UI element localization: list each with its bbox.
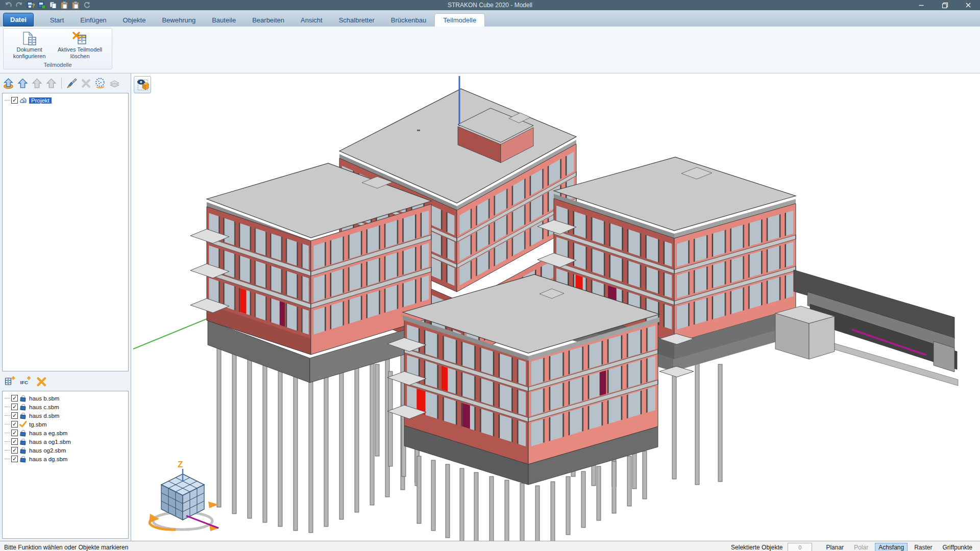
ramp-structure[interactable] [775, 270, 958, 386]
refresh-icon [83, 1, 91, 9]
move-up3-icon [45, 77, 58, 90]
minimize-button[interactable] [910, 0, 933, 10]
button-label: konfigurieren [13, 53, 46, 60]
paste-special-icon[interactable] [71, 1, 80, 9]
add-teilmodell-icon[interactable] [4, 375, 16, 387]
snap-toggle-griffpunkte[interactable]: Griffpunkte [939, 543, 976, 551]
list-item[interactable]: ✓tg.sbm [3, 420, 128, 429]
close-button[interactable] [957, 0, 980, 10]
save-help-icon[interactable]: ? [27, 1, 35, 9]
restore-icon [942, 2, 948, 9]
file-checkbox[interactable]: ✓ [11, 395, 18, 402]
svg-text:IFC: IFC [20, 380, 28, 385]
button-label: Dokument [16, 46, 42, 53]
edit-brush-icon[interactable] [65, 77, 78, 90]
list-item[interactable]: ✓haus c.sbm [3, 403, 128, 411]
snap-toggle-raster[interactable]: Raster [911, 543, 936, 551]
file-checkbox[interactable]: ✓ [11, 430, 18, 436]
selected-objects-label: Selektierte Objekte [731, 544, 782, 551]
tree-guide [5, 100, 10, 101]
tab-bewehrung[interactable]: Bewehrung [154, 13, 204, 27]
snap-toggle-planar[interactable]: Planar [822, 543, 847, 551]
ribbon-tab-bar: Datei StartEinfügenObjekteBewehrungBaute… [0, 10, 980, 27]
file-checkbox[interactable]: ✓ [11, 421, 18, 428]
teilmodell-list-toolbar: IFC [0, 371, 131, 391]
projekt-checkbox[interactable]: ✓ [11, 97, 18, 104]
tab-brückenbau[interactable]: Brückenbau [383, 13, 434, 27]
file-name: haus a og1.sbm [29, 439, 71, 445]
selected-objects-count: 0 [788, 543, 812, 551]
snap-toggle-achsfang[interactable]: Achsfang [875, 543, 908, 551]
document-configure-icon [22, 31, 37, 46]
tree-toolbar [0, 73, 131, 93]
file-checkbox[interactable]: ✓ [11, 404, 18, 410]
tree-guide [5, 433, 10, 433]
tab-teilmodelle[interactable]: Teilmodelle [434, 13, 485, 27]
dokument-konfigurieren-button[interactable]: Dokument konfigurieren [11, 30, 48, 62]
lock-icon [19, 429, 28, 437]
model-tree-panel: ✓ Projekt IFC ✓haus b.sbm✓haus c.sbm✓hau… [0, 73, 131, 541]
move-top-icon[interactable] [2, 77, 15, 90]
button-label: Aktives Teilmodell [58, 46, 102, 53]
refresh-visibility-icon[interactable] [94, 77, 107, 90]
undo-icon [4, 1, 12, 9]
project-house-icon [19, 96, 28, 104]
tree-guide [5, 459, 10, 459]
z-axis-label: Z [178, 460, 183, 469]
copy-icon[interactable] [49, 1, 57, 9]
list-item[interactable]: ✓haus d.sbm [3, 411, 128, 420]
move-up2-icon [31, 77, 43, 90]
teilmodell-list[interactable]: ✓haus b.sbm✓haus c.sbm✓haus d.sbm✓tg.sbm… [2, 391, 129, 539]
snap-toggle-polar[interactable]: Polar [850, 543, 872, 551]
tab-datei[interactable]: Datei [3, 13, 34, 27]
lock-icon [19, 455, 28, 463]
add-ifc-icon[interactable]: IFC [20, 375, 32, 387]
window-controls [910, 0, 980, 10]
tab-bearbeiten[interactable]: Bearbeiten [244, 13, 292, 27]
ribbon-tabs: StartEinfügenObjekteBewehrungBauteileBea… [42, 13, 485, 27]
tree-guide [5, 424, 10, 424]
file-checkbox[interactable]: ✓ [11, 438, 18, 445]
list-item[interactable]: ✓haus a og1.sbm [3, 437, 128, 446]
list-item[interactable]: ✓haus b.sbm [3, 394, 128, 403]
svg-text:?: ? [32, 3, 35, 9]
teilmodell-visibility-button[interactable] [134, 76, 151, 93]
title-bar: ? STRAKON Cube 2020 - Modell [0, 0, 980, 10]
file-checkbox[interactable]: ✓ [11, 447, 18, 454]
building-left[interactable] [190, 163, 431, 383]
toolbar-separator [61, 78, 62, 89]
snap-toggles: PlanarPolarAchsfangRasterGriffpunkte [819, 543, 976, 551]
save-model-icon[interactable] [38, 1, 46, 9]
move-up-icon[interactable] [16, 77, 29, 90]
navigation-cube[interactable]: Z [149, 460, 219, 531]
delete-teilmodell-icon[interactable] [36, 375, 47, 387]
lock-icon [19, 438, 28, 445]
file-checkbox[interactable]: ✓ [11, 412, 18, 419]
list-item[interactable]: ✓haus a dg.sbm [3, 455, 128, 463]
file-checkbox[interactable]: ✓ [11, 456, 18, 462]
list-item[interactable]: ✓haus og2.sbm [3, 446, 128, 455]
tab-schalbretter[interactable]: Schalbretter [331, 13, 383, 27]
tree-guide [5, 441, 10, 442]
project-tree[interactable]: ✓ Projekt [2, 93, 129, 371]
status-message: Bitte Funktion wählen oder Objekte marki… [4, 544, 128, 551]
tree-item-projekt[interactable]: ✓ Projekt [3, 96, 128, 105]
tree-guide [5, 450, 10, 450]
model-3d-viewport[interactable]: Z [131, 73, 980, 541]
list-item[interactable]: ✓haus a eg.sbm [3, 429, 128, 437]
restore-button[interactable] [933, 0, 957, 10]
tree-guide [5, 398, 10, 398]
aktives-teilmodell-loeschen-button[interactable]: Aktives Teilmodell löschen [55, 30, 105, 62]
tab-bauteile[interactable]: Bauteile [204, 13, 244, 27]
redo-icon [15, 1, 23, 9]
layers-icon [108, 77, 121, 90]
minimize-icon [918, 2, 924, 8]
tab-einfügen[interactable]: Einfügen [72, 13, 114, 27]
visibility-cube-icon [135, 78, 150, 92]
model-3d-view[interactable]: Z [131, 73, 980, 541]
tab-ansicht[interactable]: Ansicht [292, 13, 331, 27]
tab-start[interactable]: Start [42, 13, 72, 27]
quick-access-toolbar: ? [4, 1, 91, 9]
paste-icon[interactable] [60, 1, 68, 9]
tab-objekte[interactable]: Objekte [115, 13, 154, 27]
